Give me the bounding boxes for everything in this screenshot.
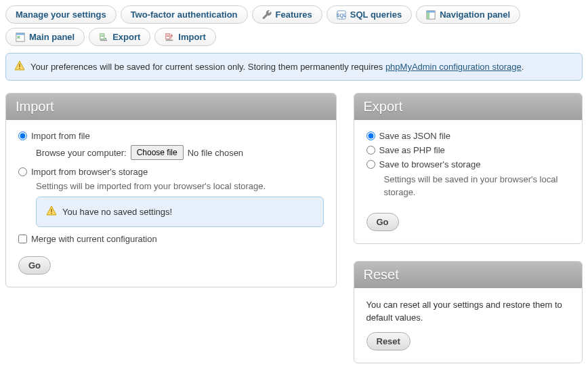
alert-prefix: Your preferences will be saved for curre… — [30, 62, 385, 72]
wrench-icon — [262, 10, 272, 20]
tab-label: Two-factor authentication — [131, 9, 238, 20]
svg-rect-5 — [16, 33, 24, 35]
export-panel: Export Save as JSON file Save as PHP fil… — [354, 93, 583, 244]
import-icon — [165, 33, 174, 42]
no-saved-settings-notice: You have no saved settings! — [36, 197, 324, 227]
alert-suffix: . — [522, 62, 524, 72]
tab-export[interactable]: Export — [89, 28, 150, 46]
tab-label: Navigation panel — [440, 9, 510, 20]
storage-import-hint: Settings will be imported from your brow… — [36, 181, 324, 191]
tab-label: SQL queries — [350, 9, 402, 20]
svg-rect-13 — [166, 39, 173, 41]
config-storage-link[interactable]: phpMyAdmin configuration storage — [385, 62, 522, 72]
tab-navigation-panel[interactable]: Navigation panel — [416, 5, 520, 24]
svg-rect-7 — [101, 35, 104, 35]
import-from-storage-radio[interactable] — [18, 167, 27, 176]
tab-label: Main panel — [29, 32, 75, 42]
import-panel: Import Import from file Browse your comp… — [5, 93, 337, 287]
export-storage-label[interactable]: Save to browser's storage — [379, 159, 481, 169]
notice-text: You have no saved settings! — [62, 207, 172, 217]
svg-rect-16 — [51, 209, 51, 212]
merge-label[interactable]: Merge with current configuration — [31, 234, 157, 244]
warning-icon — [46, 205, 57, 218]
svg-rect-15 — [19, 68, 20, 69]
export-icon — [99, 33, 108, 42]
alert-text: Your preferences will be saved for curre… — [30, 62, 524, 72]
reset-panel: Reset You can reset all your settings an… — [354, 261, 583, 364]
panel-title: Reset — [354, 262, 583, 288]
svg-rect-8 — [101, 36, 104, 37]
tab-main-panel[interactable]: Main panel — [5, 28, 85, 46]
layout-icon — [426, 10, 436, 20]
export-json-radio[interactable] — [366, 132, 375, 140]
browse-label: Browse your computer: — [36, 148, 127, 158]
svg-rect-12 — [167, 36, 169, 37]
export-storage-radio[interactable] — [366, 160, 375, 169]
file-status: No file chosen — [188, 148, 243, 158]
tab-two-factor[interactable]: Two-factor authentication — [121, 5, 248, 24]
choose-file-button[interactable]: Choose file — [131, 145, 184, 160]
tab-import[interactable]: Import — [154, 28, 215, 46]
reset-text: You can reset all your settings and rest… — [366, 299, 570, 325]
warning-icon — [14, 60, 25, 73]
tab-label: Manage your settings — [16, 9, 106, 20]
tab-label: Import — [178, 32, 205, 42]
panel-title: Import — [6, 94, 336, 120]
import-go-button[interactable]: Go — [18, 256, 51, 275]
panel-icon — [16, 33, 25, 42]
session-only-alert: Your preferences will be saved for curre… — [5, 53, 583, 81]
tab-sql-queries[interactable]: SQL SQL queries — [327, 5, 412, 24]
svg-rect-17 — [51, 213, 51, 214]
sql-icon: SQL — [337, 10, 346, 20]
svg-text:SQL: SQL — [337, 12, 346, 18]
reset-button[interactable]: Reset — [366, 332, 411, 350]
svg-rect-14 — [19, 64, 20, 67]
import-from-storage-label[interactable]: Import from browser's storage — [31, 167, 148, 177]
tab-manage-settings[interactable]: Manage your settings — [5, 5, 117, 24]
tab-label: Export — [112, 32, 140, 42]
export-go-button[interactable]: Go — [366, 213, 399, 231]
tab-features[interactable]: Features — [252, 5, 322, 24]
panel-title: Export — [354, 94, 583, 120]
tab-label: Features — [276, 9, 312, 20]
export-json-label[interactable]: Save as JSON file — [379, 131, 451, 141]
merge-checkbox[interactable] — [18, 235, 27, 243]
svg-rect-11 — [167, 35, 169, 35]
export-php-label[interactable]: Save as PHP file — [379, 145, 445, 155]
export-php-radio[interactable] — [366, 146, 375, 155]
storage-export-hint: Settings will be saved in your browser's… — [384, 174, 570, 199]
import-from-file-label[interactable]: Import from file — [31, 131, 90, 141]
import-from-file-radio[interactable] — [18, 132, 27, 140]
svg-rect-9 — [100, 39, 108, 41]
settings-tabs: Manage your settings Two-factor authenti… — [5, 5, 583, 46]
